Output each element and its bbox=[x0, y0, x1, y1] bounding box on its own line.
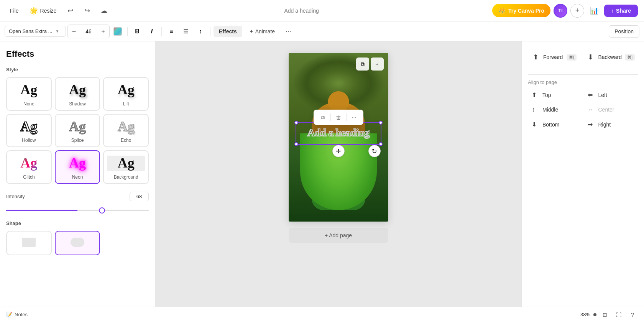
align-right-label: Right bbox=[598, 122, 611, 128]
line-spacing-button[interactable]: ↕ bbox=[194, 25, 207, 38]
document-title-input[interactable] bbox=[263, 5, 340, 16]
text-selection-box[interactable] bbox=[296, 122, 381, 145]
align-middle-item[interactable]: ↕ Middle bbox=[528, 103, 582, 116]
move-handle[interactable]: ✛ bbox=[332, 145, 345, 157]
backward-item[interactable]: ⬇ Backward ⌘] bbox=[583, 51, 638, 64]
resize-handle-br[interactable] bbox=[379, 142, 383, 146]
style-neon[interactable]: Ag Neon bbox=[55, 150, 100, 184]
canvas-card: ⧉ 🗑 ··· Add a heading ↻ ✛ bbox=[289, 53, 388, 222]
shape-section-title: Shape bbox=[6, 220, 149, 226]
font-name: Open Sans Extra ... bbox=[9, 28, 52, 34]
intensity-value[interactable]: 68 bbox=[130, 192, 149, 201]
decrease-size-button[interactable]: – bbox=[68, 25, 80, 38]
resize-label: Resize bbox=[40, 8, 57, 14]
add-collaborator-button[interactable]: + bbox=[570, 4, 584, 18]
style-glitch[interactable]: Ag Glitch bbox=[6, 150, 52, 184]
section-divider-1 bbox=[528, 74, 638, 75]
style-echo[interactable]: Ag Echo bbox=[103, 114, 149, 148]
align-bottom-item[interactable]: ⬇ Bottom bbox=[528, 118, 582, 131]
position-button[interactable]: Position bbox=[609, 25, 639, 38]
effects-label: Effects bbox=[219, 28, 237, 34]
cloud-save-button[interactable]: ☁ bbox=[97, 4, 111, 18]
style-splice[interactable]: Ag Splice bbox=[55, 114, 100, 148]
style-neon-label: Neon bbox=[72, 174, 83, 180]
shape-rounded[interactable] bbox=[55, 231, 100, 255]
resize-handle-bl[interactable] bbox=[294, 142, 298, 146]
style-lift[interactable]: Ag Lift bbox=[103, 77, 149, 111]
copy-button[interactable]: ⧉ bbox=[317, 111, 329, 123]
share-label: Share bbox=[616, 8, 631, 14]
align-center-label: Center bbox=[598, 107, 614, 113]
add-element-button[interactable]: + bbox=[371, 58, 384, 71]
font-selector[interactable]: Open Sans Extra ... ▼ bbox=[5, 26, 66, 37]
zoom-level: 38% bbox=[580, 312, 590, 317]
align-middle-label: Middle bbox=[542, 107, 558, 113]
topbar-right: 👑 Try Canva Pro TI + 📊 ↑ Share bbox=[492, 4, 638, 18]
align-top-item[interactable]: ⬆ Top bbox=[528, 88, 582, 102]
align-left-button[interactable]: ≡ bbox=[165, 25, 178, 38]
style-background-label: Background bbox=[114, 174, 138, 180]
fit-page-button[interactable]: ⊡ bbox=[600, 309, 610, 320]
forward-item[interactable]: ⬆ Forward ⌘[ bbox=[528, 51, 580, 64]
align-left-icon: ⬅ bbox=[588, 91, 595, 99]
share-button[interactable]: ↑ Share bbox=[604, 5, 638, 17]
font-size-control: – + bbox=[67, 25, 110, 38]
effects-button[interactable]: Effects bbox=[214, 26, 242, 37]
try-canva-pro-button[interactable]: 👑 Try Canva Pro bbox=[492, 4, 550, 17]
intensity-slider[interactable] bbox=[6, 210, 149, 211]
fullscreen-button[interactable]: ⛶ bbox=[613, 309, 624, 320]
align-to-page-heading: Align to page bbox=[528, 79, 638, 85]
align-bottom-icon: ⬇ bbox=[532, 121, 539, 128]
align-left-item[interactable]: ⬅ Left bbox=[584, 88, 638, 102]
align-justify-button[interactable]: ☰ bbox=[179, 25, 192, 38]
style-section-title: Style bbox=[6, 67, 149, 72]
rotate-handle[interactable]: ↻ bbox=[368, 145, 381, 157]
analytics-button[interactable]: 📊 bbox=[587, 4, 601, 18]
align-center-icon: ↔ bbox=[588, 106, 595, 113]
bottom-right: 38% ⊡ ⛶ ? bbox=[580, 309, 638, 320]
italic-button[interactable]: I bbox=[145, 25, 158, 38]
style-echo-label: Echo bbox=[121, 138, 131, 143]
align-right-icon: ➡ bbox=[588, 121, 595, 128]
add-page-button[interactable]: + Add page bbox=[289, 228, 388, 243]
increase-size-button[interactable]: + bbox=[97, 25, 109, 38]
help-button[interactable]: ? bbox=[627, 309, 638, 320]
resize-handle-tl[interactable] bbox=[294, 121, 298, 125]
notes-button[interactable]: 📝 Notes bbox=[6, 312, 28, 317]
text-color-button[interactable] bbox=[111, 25, 124, 38]
font-size-input[interactable] bbox=[81, 28, 96, 34]
shape-grid bbox=[6, 231, 149, 255]
avatar[interactable]: TI bbox=[554, 4, 567, 18]
more-context-button[interactable]: ··· bbox=[348, 111, 360, 123]
position-panel: ⬆ Forward ⌘[ ⬇ Backward ⌘] Align to page bbox=[521, 41, 644, 322]
backward-shortcut-box: ⌘] bbox=[625, 54, 635, 61]
resize-button[interactable]: 🌟 Resize bbox=[26, 4, 61, 17]
style-hollow[interactable]: Ag Hollow bbox=[6, 114, 52, 148]
align-right-item[interactable]: ➡ Right bbox=[584, 118, 638, 131]
resize-handle-tr[interactable] bbox=[379, 121, 383, 125]
style-neon-preview: Ag bbox=[59, 156, 97, 171]
animate-label: Animate bbox=[255, 28, 275, 34]
separator-2 bbox=[161, 27, 162, 36]
copy-canvas-button[interactable]: ⧉ bbox=[356, 58, 369, 71]
style-background[interactable]: Ag Background bbox=[103, 150, 149, 184]
undo-button[interactable]: ↩ bbox=[63, 4, 77, 18]
animate-button[interactable]: ✦ Animate bbox=[244, 26, 280, 37]
style-grid: Ag None Ag Shadow Ag Lift Ag Hollow Ag S… bbox=[6, 77, 149, 184]
more-options-button[interactable]: ··· bbox=[282, 25, 295, 38]
format-toolbar: Open Sans Extra ... ▼ – + B I ≡ ☰ ↕ Effe… bbox=[0, 21, 644, 41]
style-none[interactable]: Ag None bbox=[6, 77, 52, 111]
redo-button[interactable]: ↪ bbox=[80, 4, 94, 18]
backward-label: Backward bbox=[598, 54, 621, 60]
effects-panel: Effects Style Ag None Ag Shadow Ag Lift … bbox=[0, 41, 155, 322]
shape-square[interactable] bbox=[6, 231, 52, 255]
style-shadow[interactable]: Ag Shadow bbox=[55, 77, 100, 111]
topbar-left: File 🌟 Resize ↩ ↪ ☁ bbox=[6, 4, 111, 18]
style-background-preview: Ag bbox=[107, 156, 145, 171]
file-button[interactable]: File bbox=[6, 5, 23, 16]
align-grid: ⬆ Top ⬅ Left ↕ Middle ↔ Center ⬇ Bottom … bbox=[528, 88, 638, 131]
backward-shortcut: ⌘] bbox=[625, 54, 635, 61]
bold-button[interactable]: B bbox=[131, 25, 144, 38]
ctx-sep-2 bbox=[346, 113, 347, 121]
delete-button[interactable]: 🗑 bbox=[332, 111, 345, 123]
